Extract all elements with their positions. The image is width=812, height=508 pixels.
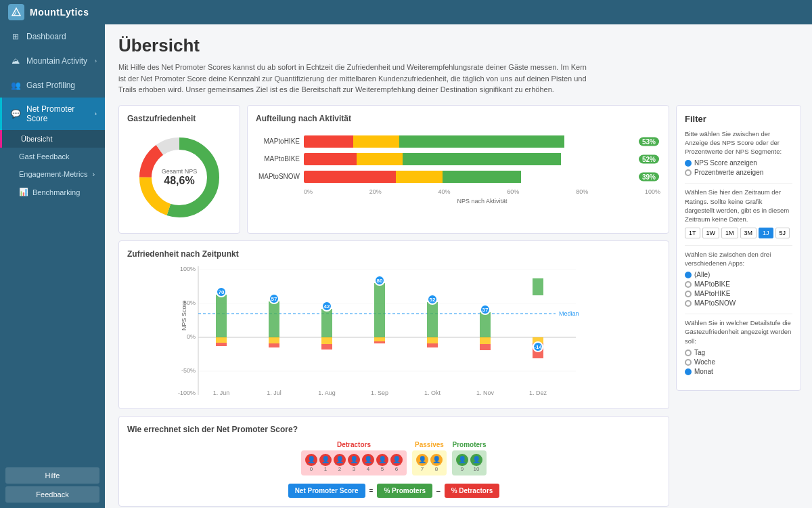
timeseries-chart-wrapper: 100% 50% 0% -50% -100% [133,263,627,400]
time-btn-1w[interactable]: 1W [702,228,720,238]
svg-rect-28 [269,343,279,347]
svg-text:Median: Median [559,310,579,317]
donut-center: Gesamt NPS 48,6% [162,168,198,187]
radio-detail-monat[interactable] [685,368,692,375]
sidebar-item-label: Mountain Activity [26,56,87,66]
filter-detail-tag[interactable]: Tag [685,349,792,356]
time-btn-5j[interactable]: 5J [775,228,790,238]
sidebar-item-gast-profiling[interactable]: 👥 Gast Profiling [0,73,105,98]
sidebar-sub-gast-feedback[interactable]: Gast Feedback [0,148,105,165]
sidebar-sub-uebersicht[interactable]: Übersicht [0,130,105,148]
radio-app-hike[interactable] [685,291,692,297]
feedback-button[interactable]: Feedback [5,486,99,503]
radio-prozentwerte[interactable] [685,169,692,176]
sidebar-item-mountain-activity[interactable]: ⛰ Mountain Activity › [0,49,105,73]
main-content: Übersicht Mit Hilfe des Net Promoter Sco… [105,24,812,508]
bar-green [403,153,561,165]
bar-container: 39% [304,171,633,183]
panels-grid: Gastzufriedenheit [118,105,801,507]
radio-app-snow[interactable] [685,300,692,307]
svg-rect-33 [321,337,332,344]
filter-app-label: (Alle) [694,271,710,278]
filter-app-alle[interactable]: (Alle) [685,271,792,278]
person-figure: 👤 [321,456,330,463]
radio-detail-woche[interactable] [685,359,692,366]
radio-nps-score[interactable] [685,160,692,167]
sidebar-nav: ⊞ Dashboard ⛰ Mountain Activity › 👥 Gast… [0,24,105,462]
svg-rect-32 [321,309,332,337]
person-icon: 👤 [348,454,360,466]
svg-text:57: 57 [271,296,277,302]
filter-option-label: Prozentwerte anzeigen [694,169,763,176]
nps-groups: Detractors 👤0 👤1 👤2 👤3 👤4 👤5 👤6 [301,441,487,475]
filter-nps-score-option[interactable]: NPS Score anzeigen [685,159,792,167]
svg-rect-45 [427,337,438,343]
person-num: 6 [390,466,403,472]
svg-rect-34 [321,344,332,350]
svg-text:NPS Score: NPS Score [181,300,187,331]
svg-rect-52 [480,344,491,350]
svg-rect-21 [216,337,227,343]
filter-time-section: Wählen Sie hier den Zeitraum der Ratings… [685,188,792,238]
sidebar-item-dashboard[interactable]: ⊞ Dashboard [0,24,105,49]
person-figure: 👤 [307,456,315,463]
person: 👤1 [319,454,332,472]
passives-label: Passives [412,441,447,448]
bar-chart: MAPtoHIKE 53% [256,130,660,183]
detractors-label: Detractors [301,441,407,448]
person-figure: 👤 [418,456,426,463]
sidebar-footer: Hilfe Feedback [0,462,105,508]
radio-app-bike[interactable] [685,281,692,288]
sidebar-sub-engagement[interactable]: Engagement-Metrics › [0,165,105,183]
topbar: MountLytics [0,0,812,24]
time-btn-1m[interactable]: 1M [721,228,738,238]
person-num: 8 [430,466,443,472]
sidebar-item-net-promoter-score[interactable]: 💬 Net Promoter Score › [0,98,105,130]
bar-label: MAPtoHIKE [256,137,300,145]
svg-rect-44 [427,302,438,337]
radio-app-alle[interactable] [685,272,692,278]
filter-detail-woche[interactable]: Woche [685,358,792,366]
time-btn-1t[interactable]: 1T [685,228,700,238]
sidebar-sub-benchmarking[interactable]: 📊 Benchmarking [0,183,105,201]
svg-rect-38 [374,283,385,337]
aufteilung-title: Aufteilung nach Aktivität [256,114,660,123]
time-btn-3m[interactable]: 3M [740,228,757,238]
svg-text:52: 52 [430,297,436,303]
filter-detail-monat[interactable]: Monat [685,368,792,375]
grid-icon: ⊞ [10,31,21,42]
filter-app-bike[interactable]: MAPtoBIKE [685,280,792,288]
filter-app-label: MAPtoBIKE [694,280,730,288]
bar-container: 53% [304,135,633,148]
donut-chart: Gesamt NPS 48,6% [127,130,231,225]
detractors-group: Detractors 👤0 👤1 👤2 👤3 👤4 👤5 👤6 [301,441,407,475]
chevron-right-icon: › [93,170,95,178]
person-num: 9 [456,466,468,472]
hilfe-button[interactable]: Hilfe [5,467,99,484]
bar-green [399,135,564,148]
filter-option-label: NPS Score anzeigen [694,159,757,167]
bar-value: 52% [639,154,659,163]
bar-label: MAPtoSNOW [256,173,300,180]
person: 👤4 [362,454,374,472]
bar-yellow [353,135,399,148]
nps-formula-promoters: % Promoters [377,484,432,498]
bar-yellow [396,171,442,183]
filter-title: Filter [685,114,792,124]
filter-prozentwerte-option[interactable]: Prozentwerte anzeigen [685,169,792,176]
bar-segments [304,135,633,148]
donut-value: 48,6% [162,175,198,187]
person-figure: 👤 [378,456,386,463]
filter-detail-label-text: Tag [694,349,705,356]
axis-label: 80% [576,188,588,195]
time-btn-1j[interactable]: 1J [759,228,773,238]
bar-value: 53% [639,137,659,146]
svg-text:70: 70 [219,289,225,295]
filter-app-snow[interactable]: MAPtoSNOW [685,299,792,307]
bar-container: 52% [304,153,633,165]
radio-detail-tag[interactable] [685,350,692,356]
timeseries-panel: Zufriedenheit nach Zeitpunkt 100% 50% 0%… [118,240,669,409]
filter-panel: Filter Bitte wählen Sie zwischen der Anz… [676,105,801,391]
filter-app-hike[interactable]: MAPtoHIKE [685,290,792,297]
filter-divider-3 [685,314,792,314]
